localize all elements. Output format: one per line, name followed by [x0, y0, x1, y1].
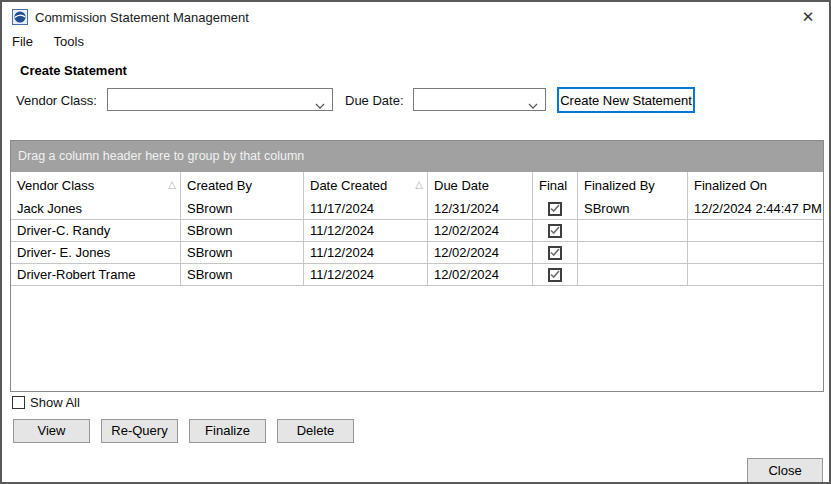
column-header-label: Due Date — [434, 178, 489, 193]
cell-finalized_on — [688, 220, 823, 241]
commission-statement-window: Commission Statement Management ✕ File T… — [0, 0, 831, 484]
column-header-label: Finalized By — [584, 178, 655, 193]
cell-created_by: SBrown — [181, 242, 304, 263]
title-bar: Commission Statement Management ✕ — [2, 2, 829, 32]
cell-vendor_class: Jack Jones — [11, 198, 181, 219]
chevron-down-icon — [315, 96, 325, 114]
app-logo-icon — [12, 9, 28, 25]
cell-created_by: SBrown — [181, 198, 304, 219]
column-header-finalized_by[interactable]: Finalized By — [578, 172, 688, 198]
column-header-label: Created By — [187, 178, 252, 193]
checkbox-checked-icon[interactable] — [548, 246, 562, 260]
cell-finalized_by: SBrown — [578, 198, 688, 219]
statements-grid: Drag a column header here to group by th… — [10, 140, 824, 392]
column-header-label: Finalized On — [694, 178, 767, 193]
cell-final — [533, 198, 578, 219]
re-query-button[interactable]: Re-Query — [101, 419, 178, 443]
cell-due_date: 12/02/2024 — [428, 242, 533, 263]
cell-date_created: 11/12/2024 — [304, 264, 428, 285]
chevron-down-icon — [528, 96, 538, 114]
show-all-checkbox-group[interactable]: Show All — [12, 394, 80, 410]
cell-vendor_class: Driver- E. Jones — [11, 242, 181, 263]
due-date-label: Due Date: — [345, 93, 404, 108]
view-button[interactable]: View — [13, 419, 90, 443]
cell-vendor_class: Driver-Robert Trame — [11, 264, 181, 285]
column-header-label: Vendor Class — [17, 178, 94, 193]
show-all-checkbox[interactable] — [12, 396, 25, 409]
column-header-label: Final — [539, 178, 567, 193]
table-row[interactable]: Driver-Robert TrameSBrown11/12/202412/02… — [11, 264, 823, 286]
window-title: Commission Statement Management — [35, 10, 249, 25]
grid-header-row: Vendor Class△Created ByDate Created△Due … — [11, 172, 823, 198]
cell-created_by: SBrown — [181, 220, 304, 241]
column-header-vendor_class[interactable]: Vendor Class△ — [11, 172, 181, 198]
cell-due_date: 12/02/2024 — [428, 220, 533, 241]
menu-tools[interactable]: Tools — [52, 33, 86, 50]
sort-ascending-icon: △ — [168, 180, 176, 190]
cell-final — [533, 264, 578, 285]
create-statement-heading: Create Statement — [20, 63, 127, 78]
menu-bar: File Tools — [2, 33, 829, 52]
finalize-button[interactable]: Finalize — [189, 419, 266, 443]
sort-ascending-icon: △ — [415, 180, 423, 190]
table-row[interactable]: Driver- E. JonesSBrown11/12/202412/02/20… — [11, 242, 823, 264]
grid-body: Jack JonesSBrown11/17/202412/31/2024SBro… — [11, 198, 823, 286]
cell-date_created: 11/17/2024 — [304, 198, 428, 219]
delete-button[interactable]: Delete — [277, 419, 354, 443]
cell-date_created: 11/12/2024 — [304, 220, 428, 241]
checkbox-checked-icon[interactable] — [548, 268, 562, 282]
cell-final — [533, 242, 578, 263]
cell-finalized_on — [688, 242, 823, 263]
table-row[interactable]: Driver-C. RandySBrown11/12/202412/02/202… — [11, 220, 823, 242]
cell-finalized_on — [688, 264, 823, 285]
cell-created_by: SBrown — [181, 264, 304, 285]
cell-vendor_class: Driver-C. Randy — [11, 220, 181, 241]
cell-finalized_by — [578, 242, 688, 263]
window-close-icon[interactable]: ✕ — [798, 7, 818, 27]
create-new-statement-button[interactable]: Create New Statement — [557, 87, 695, 113]
cell-due_date: 12/02/2024 — [428, 264, 533, 285]
column-header-label: Date Created — [310, 178, 387, 193]
column-header-date_created[interactable]: Date Created△ — [304, 172, 428, 198]
column-header-created_by[interactable]: Created By — [181, 172, 304, 198]
close-button[interactable]: Close — [747, 458, 823, 483]
cell-final — [533, 220, 578, 241]
checkbox-checked-icon[interactable] — [548, 224, 562, 238]
cell-due_date: 12/31/2024 — [428, 198, 533, 219]
menu-file[interactable]: File — [10, 33, 35, 50]
cell-finalized_by — [578, 220, 688, 241]
vendor-class-label: Vendor Class: — [16, 93, 97, 108]
column-header-due_date[interactable]: Due Date — [428, 172, 533, 198]
column-header-final[interactable]: Final — [533, 172, 578, 198]
cell-finalized_on: 12/2/2024 2:44:47 PM — [688, 198, 823, 219]
cell-finalized_by — [578, 264, 688, 285]
group-by-band[interactable]: Drag a column header here to group by th… — [11, 141, 823, 172]
cell-date_created: 11/12/2024 — [304, 242, 428, 263]
due-date-dropdown[interactable] — [413, 88, 546, 111]
vendor-class-dropdown[interactable] — [107, 88, 333, 111]
action-button-row: ViewRe-QueryFinalizeDelete — [13, 419, 365, 443]
show-all-label: Show All — [30, 395, 80, 410]
column-header-finalized_on[interactable]: Finalized On — [688, 172, 823, 198]
table-row[interactable]: Jack JonesSBrown11/17/202412/31/2024SBro… — [11, 198, 823, 220]
checkbox-checked-icon[interactable] — [548, 202, 562, 216]
